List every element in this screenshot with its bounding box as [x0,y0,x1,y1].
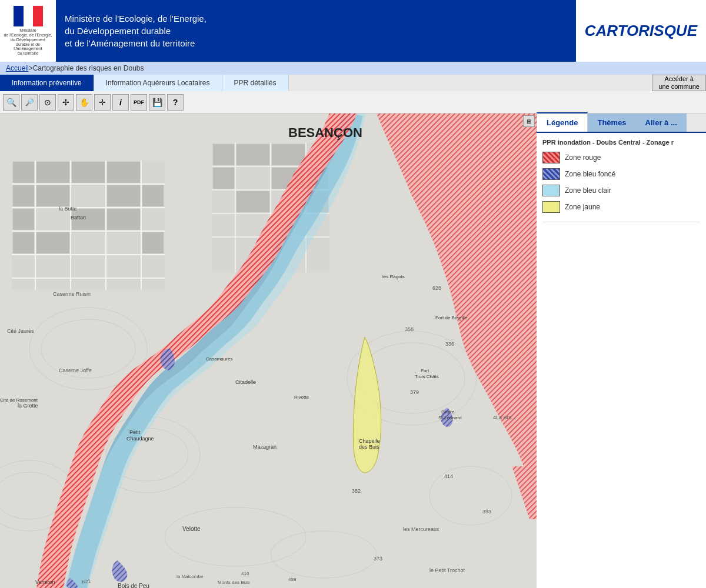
tab-themes[interactable]: Thèmes [588,113,635,132]
legend-item-yellow: Zone jaune [542,201,700,213]
svg-text:Cité Jaurès: Cité Jaurès [7,328,34,334]
city-label: BESANÇON [288,125,362,140]
zoom-in-tool[interactable]: 🔍 [3,94,19,111]
help-tool[interactable]: ? [167,94,184,111]
svg-rect-52 [213,168,234,189]
svg-text:Chapelle: Chapelle [359,438,380,444]
svg-text:382: 382 [352,488,361,494]
svg-rect-30 [107,162,140,183]
svg-text:la Grette: la Grette [18,403,38,409]
svg-text:416: 416 [241,571,249,576]
map-container[interactable]: BESANÇON Battan la Grette Petit Chaudagn… [0,113,537,588]
legend-swatch-yellow [542,201,560,213]
tab-aller[interactable]: Aller à ... [636,113,687,132]
svg-text:Cité de Rosemont: Cité de Rosemont [0,397,38,403]
breadcrumb-separator: > [29,64,33,72]
legend-swatch-blue-light [542,185,560,196]
info-tool[interactable]: i [112,94,129,111]
hand-tool[interactable]: ✋ [76,94,92,111]
move-tool[interactable]: ✛ [94,94,111,111]
svg-text:Velotte: Velotte [182,526,201,532]
svg-text:498: 498 [288,577,297,582]
panel-tabs: Légende Thèmes Aller à ... [537,113,706,133]
svg-rect-29 [72,162,105,183]
svg-text:la Malcombe: la Malcombe [176,574,204,579]
svg-text:414: 414 [444,473,453,479]
page-header: Ministère de l'Ecologie, de l'Energie, d… [0,0,706,62]
svg-text:Petit: Petit [129,429,141,435]
svg-text:Citadelle: Citadelle [235,379,256,385]
legend-item-red: Zone rouge [542,152,700,163]
zoom-reset-tool[interactable]: ⊙ [39,94,56,111]
legend-label-yellow: Zone jaune [565,203,600,211]
commune-access-button[interactable]: Accéder àune commune [652,75,706,91]
map-svg: BESANÇON Battan la Grette Petit Chaudagn… [0,113,537,588]
svg-rect-34 [142,185,164,206]
svg-text:Trois Châts: Trois Châts [415,374,439,379]
svg-text:Chaudagne: Chaudagne [126,436,154,442]
right-panel: Légende Thèmes Aller à ... PPR inondatio… [537,113,706,588]
svg-text:la Butte: la Butte [59,206,77,212]
legend-swatch-blue-dark [542,168,560,180]
svg-rect-28 [36,162,69,183]
commune-btn-label: Accéder àune commune [658,75,700,91]
svg-text:St-Léonard: St-Léonard [438,415,462,420]
ministry-title: Ministère de l'Ecologie, de l'Energie, d… [56,12,207,49]
nav-tab-ppr[interactable]: PPR détaillés [222,75,289,91]
svg-text:Caserne Joffe: Caserne Joffe [59,368,92,373]
legend-label-blue-light: Zone bleu clair [565,186,611,195]
main-content: BESANÇON Battan la Grette Petit Chaudagn… [0,113,706,588]
svg-rect-33 [107,185,140,206]
legend-panel: PPR inondation - Doubs Central - Zonage … [537,133,706,228]
svg-text:Mazagran: Mazagran [253,444,277,450]
legend-title: PPR inondation - Doubs Central - Zonage … [542,139,700,146]
svg-text:Fort de Bregille: Fort de Bregille [435,315,468,320]
pan-tool[interactable]: ✢ [58,94,74,111]
legend-item-blue-dark: Zone bleu foncé [542,168,700,180]
svg-text:379: 379 [410,389,419,395]
svg-text:393: 393 [482,509,491,514]
svg-text:Verniron: Verniron [35,579,55,585]
tab-legende[interactable]: Légende [537,112,588,132]
svg-text:628: 628 [432,285,441,291]
svg-rect-39 [36,232,69,253]
svg-text:les Mercureaux: les Mercureaux [403,526,439,532]
svg-rect-40 [142,232,164,253]
svg-rect-31 [13,185,34,206]
legend-label-red: Zone rouge [565,153,601,162]
svg-rect-27 [13,162,34,183]
nav-tab-information-preventive[interactable]: Information préventive [0,75,94,91]
svg-rect-32 [36,185,69,206]
svg-rect-38 [13,232,34,253]
french-flag [14,6,43,26]
svg-text:Battan: Battan [71,215,86,220]
svg-text:4La Bro...: 4La Bro... [493,415,516,420]
map-expand-button[interactable]: ⊞ [523,115,535,127]
svg-text:Rivotte: Rivotte [294,395,309,400]
logo-area: Ministère de l'Ecologie, de l'Energie, d… [0,0,56,62]
svg-text:le Petit Trochot: le Petit Trochot [429,567,465,573]
breadcrumb-home-link[interactable]: Accueil [6,64,29,72]
breadcrumb-current: Cartographie des risques en Doubs [33,64,144,72]
save-tool[interactable]: 💾 [149,94,165,111]
brand-logo: CARTORISQUE [576,0,706,62]
svg-text:373: 373 [374,556,382,562]
zoom-out-tool[interactable]: 🔎 [21,94,38,111]
svg-rect-49 [213,144,234,165]
svg-text:Fort: Fort [421,368,429,373]
svg-text:les Ragots: les Ragots [382,274,405,279]
nav-tab-acquéreurs[interactable]: Information Aquéreurs Locataires [94,75,222,91]
svg-rect-51 [272,144,305,165]
nav-tabs: Information préventive Information Aquér… [0,75,706,91]
svg-rect-55 [237,191,269,212]
svg-text:Monts des Buis: Monts des Buis [218,580,250,585]
svg-text:Grotte: Grotte [441,409,455,415]
svg-text:Bois de Peu: Bois de Peu [118,583,149,588]
svg-text:336: 336 [445,341,454,347]
svg-text:des Buis: des Buis [359,444,379,450]
svg-rect-50 [237,144,269,165]
svg-rect-37 [107,209,140,230]
breadcrumb: Accueil > Cartographie des risques en Do… [0,62,706,75]
pdf-tool[interactable]: PDF [131,94,147,111]
legend-label-blue-dark: Zone bleu foncé [565,170,615,178]
